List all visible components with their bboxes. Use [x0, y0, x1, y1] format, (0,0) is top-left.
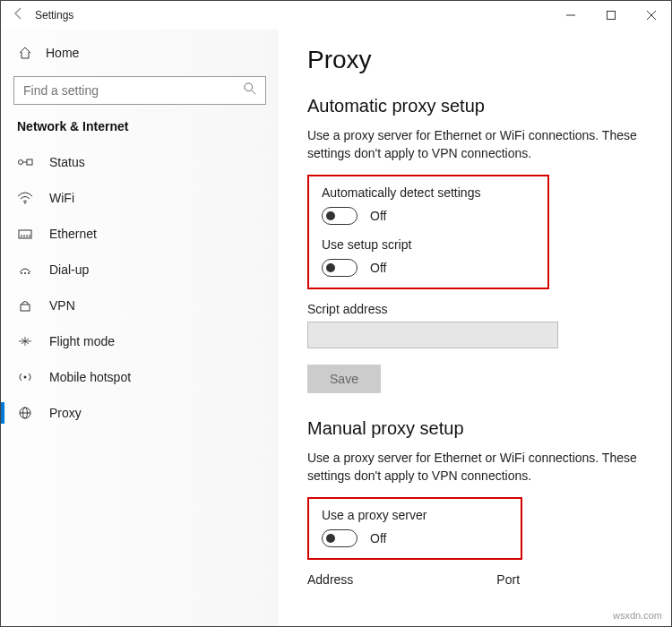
sidebar-item-label: WiFi	[49, 191, 74, 205]
hotspot-icon	[17, 371, 33, 383]
airplane-icon	[17, 335, 33, 348]
vpn-icon	[17, 299, 33, 312]
svg-point-17	[28, 272, 30, 274]
dialup-icon	[17, 263, 33, 276]
script-address-input[interactable]	[307, 322, 558, 348]
svg-point-15	[21, 272, 22, 274]
sidebar-item-label: Proxy	[49, 406, 82, 420]
sidebar-item-label: Ethernet	[49, 227, 97, 241]
svg-point-6	[19, 160, 23, 165]
close-button[interactable]	[631, 1, 671, 30]
content-area: Proxy Automatic proxy setup Use a proxy …	[279, 30, 671, 626]
svg-rect-18	[21, 305, 30, 311]
setup-script-toggle[interactable]	[322, 259, 358, 277]
page-title: Proxy	[307, 46, 646, 74]
setup-script-toggle-row: Off	[322, 259, 535, 277]
sidebar-item-status[interactable]: Status	[1, 144, 279, 180]
sidebar-item-hotspot[interactable]: Mobile hotspot	[1, 359, 279, 395]
svg-rect-8	[27, 159, 32, 165]
port-label: Port	[496, 572, 520, 587]
auto-detect-toggle[interactable]	[322, 207, 358, 225]
svg-point-19	[24, 376, 27, 379]
use-proxy-toggle[interactable]	[322, 529, 358, 547]
minimize-button[interactable]	[550, 1, 590, 30]
manual-field-labels: Address Port	[307, 572, 646, 587]
svg-point-4	[245, 83, 253, 91]
sidebar-item-label: Status	[49, 155, 85, 169]
sidebar-item-flight[interactable]: Flight mode	[1, 323, 279, 359]
sidebar-item-label: Dial-up	[49, 262, 89, 277]
nav-list: Status WiFi Ethernet Dial-up VPN Flight …	[1, 144, 279, 431]
maximize-button[interactable]	[590, 1, 631, 30]
home-nav[interactable]: Home	[1, 37, 279, 69]
manual-section-heading: Manual proxy setup	[307, 418, 646, 439]
search-box[interactable]	[13, 76, 266, 105]
sidebar-item-proxy[interactable]: Proxy	[1, 395, 279, 431]
manual-highlight-box: Use a proxy server Off	[307, 497, 522, 560]
title-bar-left: Settings	[12, 6, 73, 24]
sidebar-item-ethernet[interactable]: Ethernet	[1, 216, 279, 252]
sidebar-item-wifi[interactable]: WiFi	[1, 180, 279, 216]
svg-line-5	[252, 90, 255, 94]
home-icon	[17, 46, 33, 60]
manual-section-desc: Use a proxy server for Ethernet or WiFi …	[307, 450, 646, 485]
search-icon	[244, 82, 256, 99]
sidebar-item-label: VPN	[49, 298, 75, 313]
use-proxy-state: Off	[370, 531, 386, 545]
auto-detect-label: Automatically detect settings	[322, 185, 535, 200]
sidebar: Home Network & Internet Status WiFi Ethe…	[1, 30, 279, 626]
auto-section-desc: Use a proxy server for Ethernet or WiFi …	[307, 127, 646, 162]
sidebar-item-dialup[interactable]: Dial-up	[1, 252, 279, 288]
auto-detect-state: Off	[370, 209, 386, 223]
back-icon	[12, 6, 26, 24]
address-label: Address	[307, 572, 353, 587]
watermark: wsxdn.com	[613, 610, 662, 621]
use-proxy-label: Use a proxy server	[322, 508, 508, 522]
svg-point-16	[24, 272, 26, 274]
svg-rect-1	[607, 12, 615, 20]
title-bar: Settings	[1, 1, 671, 30]
setup-script-label: Use setup script	[322, 237, 535, 252]
ethernet-icon	[17, 228, 33, 240]
sidebar-item-label: Mobile hotspot	[49, 370, 131, 384]
sidebar-item-vpn[interactable]: VPN	[1, 288, 279, 323]
script-address-label: Script address	[307, 302, 646, 316]
home-label: Home	[46, 46, 79, 60]
save-button[interactable]: Save	[307, 365, 381, 393]
search-input[interactable]	[23, 83, 244, 98]
globe-icon	[17, 407, 33, 419]
main-layout: Home Network & Internet Status WiFi Ethe…	[1, 30, 671, 626]
wifi-icon	[17, 192, 33, 204]
sidebar-item-label: Flight mode	[49, 334, 115, 348]
window-title: Settings	[35, 9, 73, 21]
use-proxy-toggle-row: Off	[322, 529, 508, 547]
status-icon	[17, 156, 33, 168]
auto-highlight-box: Automatically detect settings Off Use se…	[307, 175, 549, 289]
category-heading: Network & Internet	[1, 119, 279, 144]
window-controls	[550, 1, 671, 30]
auto-section-heading: Automatic proxy setup	[307, 96, 646, 116]
svg-point-9	[24, 202, 26, 204]
setup-script-state: Off	[370, 261, 386, 275]
auto-detect-toggle-row: Off	[322, 207, 535, 225]
